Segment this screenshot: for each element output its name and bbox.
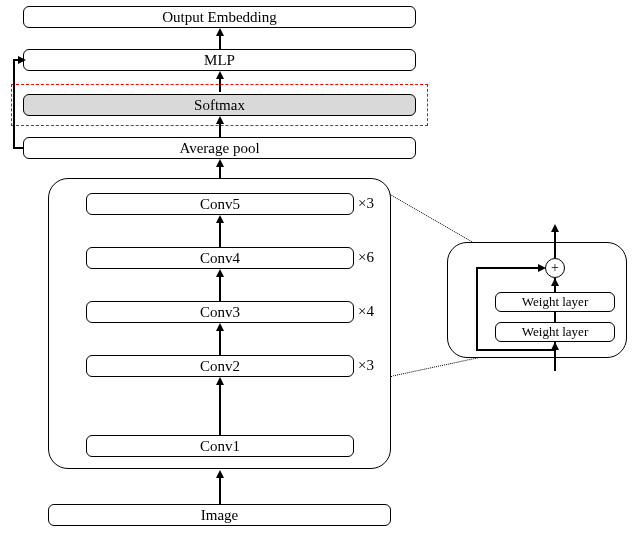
conv2-block: Conv2	[86, 355, 354, 377]
conv3-label: Conv3	[200, 304, 240, 321]
output-embedding-label: Output Embedding	[162, 9, 277, 26]
mlp-label: MLP	[204, 52, 235, 69]
plus-symbol: +	[551, 260, 559, 276]
softmax-label: Softmax	[194, 97, 245, 114]
conv4-label: Conv4	[200, 250, 240, 267]
weight-layer-top-label: Weight layer	[522, 294, 588, 310]
arrow-image-backbone	[219, 476, 221, 504]
skip-arrowhead	[18, 56, 26, 64]
skip-v	[13, 59, 15, 149]
arrow-c2-c3	[219, 329, 221, 355]
conv3-mult: ×4	[358, 303, 374, 320]
arrow-wlbot-wltop	[554, 312, 556, 322]
res-skip-h-top	[476, 267, 538, 269]
arrowhead-c4-c5	[216, 215, 224, 223]
dotted-top	[390, 194, 481, 247]
image-block: Image	[48, 504, 391, 526]
arrow-plus-out	[554, 244, 556, 258]
res-skip-h-bot	[477, 349, 555, 351]
arrowhead-backbone-avgpool	[216, 159, 224, 167]
res-skip-v	[476, 267, 478, 351]
softmax-block: Softmax	[23, 94, 416, 116]
conv4-mult: ×6	[358, 249, 374, 266]
conv3-block: Conv3	[86, 301, 354, 323]
dotted-bottom	[390, 355, 488, 377]
arrowhead-mlp-output	[216, 28, 224, 36]
conv1-label: Conv1	[200, 438, 240, 455]
arrow-c3-c4	[219, 275, 221, 301]
weight-layer-bottom: Weight layer	[495, 322, 615, 342]
conv1-block: Conv1	[86, 435, 354, 457]
conv5-block: Conv5	[86, 193, 354, 215]
arrow-avgpool-softmax	[219, 122, 221, 137]
conv5-label: Conv5	[200, 196, 240, 213]
conv2-mult: ×3	[358, 357, 374, 374]
avgpool-label: Average pool	[179, 140, 259, 157]
arrow-c4-c5	[219, 221, 221, 247]
arrowhead-avgpool-softmax	[216, 116, 224, 124]
arrowhead-image-backbone	[216, 470, 224, 478]
weight-layer-bottom-label: Weight layer	[522, 324, 588, 340]
arrowhead-c1-c2	[216, 377, 224, 385]
image-label: Image	[201, 507, 238, 524]
conv4-block: Conv4	[86, 247, 354, 269]
arrowhead-wltop-plus	[551, 278, 559, 286]
output-embedding-block: Output Embedding	[23, 6, 416, 28]
arrow-c1-c2	[219, 383, 221, 435]
conv5-mult: ×3	[358, 195, 374, 212]
arrowhead-c2-c3	[216, 323, 224, 331]
conv2-label: Conv2	[200, 358, 240, 375]
arrow-res-out	[554, 230, 556, 244]
res-skip-arrowhead	[538, 264, 546, 272]
mlp-block: MLP	[23, 49, 416, 71]
skip-h-bottom	[14, 147, 23, 149]
weight-layer-top: Weight layer	[495, 292, 615, 312]
arrowhead-res-out	[551, 224, 559, 232]
arrow-mlp-output	[219, 34, 221, 49]
arrowhead-c3-c4	[216, 269, 224, 277]
plus-circle: +	[545, 258, 565, 278]
avgpool-block: Average pool	[23, 137, 416, 159]
arrowhead-softmax-mlp	[216, 71, 224, 79]
